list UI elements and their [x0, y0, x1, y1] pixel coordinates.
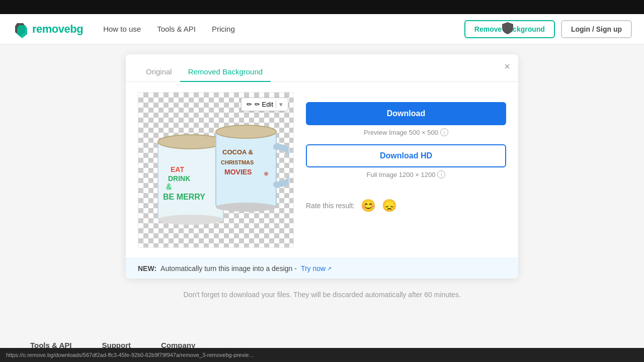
- download-hd-section: Download HD Full Image 1200 × 1200 i: [306, 144, 506, 178]
- svg-text:COCOA &: COCOA &: [222, 148, 253, 156]
- result-card: Original Removed Background × ✏ ✏ Edit ▾: [126, 54, 518, 279]
- rate-section: Rate this result: 😊 😞: [306, 199, 506, 213]
- shield-notification-icon[interactable]: [502, 22, 513, 36]
- svg-point-3: [158, 135, 223, 149]
- svg-point-10: [216, 125, 276, 138]
- main-content: Original Removed Background × ✏ ✏ Edit ▾: [0, 44, 644, 326]
- full-info-icon[interactable]: i: [437, 170, 445, 178]
- image-container: ✏ ✏ Edit ▾ EAT DRINK: [138, 92, 294, 248]
- mug-image: EAT DRINK & BE MERRY COCOA & CHRISTMAS M: [143, 102, 289, 242]
- svg-text:BE MERRY: BE MERRY: [163, 193, 205, 201]
- svg-marker-1: [17, 25, 27, 38]
- nav-how-to-use[interactable]: How to use: [103, 25, 141, 33]
- svg-text:EAT: EAT: [171, 165, 184, 173]
- tabs: Original Removed Background: [126, 54, 518, 82]
- sad-rating-button[interactable]: 😞: [382, 199, 397, 213]
- try-now-label: Try now: [301, 264, 326, 273]
- nav-pricing[interactable]: Pricing: [212, 25, 235, 33]
- svg-text:CHRISTMAS: CHRISTMAS: [221, 159, 254, 165]
- nav-links: How to use Tools & API Pricing: [103, 25, 235, 33]
- rate-label: Rate this result:: [306, 202, 355, 210]
- banner-text: Automatically turn this image into a des…: [160, 264, 297, 273]
- logo-area[interactable]: removebg: [12, 21, 83, 37]
- tab-removed-background[interactable]: Removed Background: [180, 62, 271, 82]
- nav-tools-api[interactable]: Tools & API: [157, 25, 196, 33]
- svg-text:❄: ❄: [264, 170, 269, 177]
- logo-icon: [12, 21, 28, 37]
- full-size-label: Full Image 1200 × 1200: [367, 171, 436, 178]
- svg-text:&: &: [166, 183, 172, 191]
- status-bar: https://o.remove.bg/downloads/567df2ad-f…: [0, 348, 644, 362]
- happy-rating-button[interactable]: 😊: [361, 199, 376, 213]
- download-button[interactable]: Download: [306, 102, 506, 125]
- status-url: https://o.remove.bg/downloads/567df2ad-f…: [6, 352, 258, 358]
- external-link-icon: ↗: [327, 265, 332, 272]
- logo-text: removebg: [32, 23, 83, 36]
- svg-point-11: [216, 203, 276, 212]
- banner-new-label: NEW:: [138, 264, 156, 273]
- image-section: ✏ ✏ Edit ▾ EAT DRINK: [126, 82, 518, 258]
- try-now-link[interactable]: Try now ↗: [301, 264, 332, 273]
- svg-text:MOVIES: MOVIES: [224, 168, 252, 176]
- login-signup-button[interactable]: Login / Sign up: [561, 20, 632, 38]
- close-button[interactable]: ×: [504, 61, 510, 71]
- svg-point-4: [158, 215, 223, 225]
- header: removebg How to use Tools & API Pricing …: [0, 14, 644, 44]
- tab-original[interactable]: Original: [138, 62, 180, 82]
- download-section: Download Preview Image 500 × 500 i: [306, 102, 506, 136]
- new-feature-banner: NEW: Automatically turn this image into …: [126, 258, 518, 279]
- reminder-text: Don't forget to download your files. The…: [183, 291, 460, 299]
- svg-text:DRINK: DRINK: [168, 174, 190, 183]
- right-panel: Download Preview Image 500 × 500 i Downl…: [306, 92, 506, 213]
- preview-size-label: Preview Image 500 × 500: [364, 129, 438, 136]
- preview-info-icon[interactable]: i: [440, 128, 448, 136]
- download-hd-button[interactable]: Download HD: [306, 144, 506, 167]
- header-actions: Remove Background Login / Sign up: [464, 20, 632, 38]
- top-bar: [0, 0, 644, 14]
